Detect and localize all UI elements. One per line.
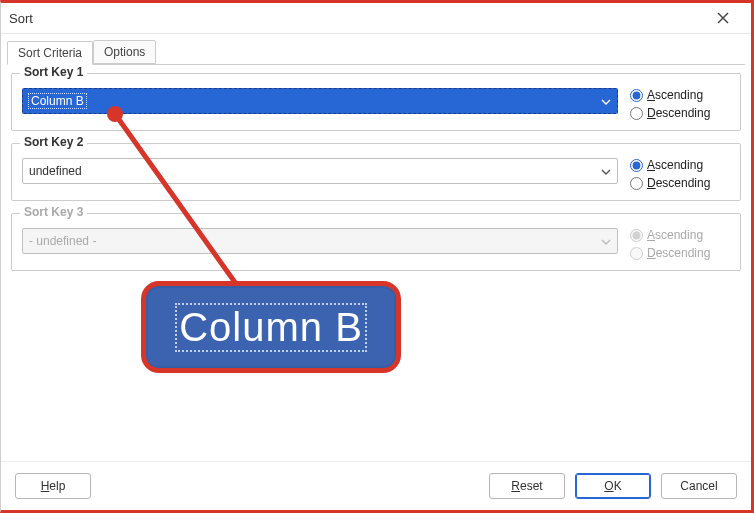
annotation-callout-text: Column B [177, 305, 365, 350]
sort-key-1-descending-radio[interactable]: Descending [630, 106, 730, 120]
chevron-down-icon [601, 94, 611, 108]
annotation-callout: Column B [141, 281, 401, 373]
ok-button-label: K [614, 479, 622, 493]
group-sort-key-1: Sort Key 1 Column B Ascending Descendi [11, 73, 741, 131]
sort-key-1-ascending-radio[interactable]: Ascending [630, 88, 730, 102]
close-button[interactable] [705, 6, 741, 30]
window-title: Sort [9, 11, 33, 26]
sort-key-1-column-value: Column B [31, 94, 84, 108]
sort-key-3-column-value: - undefined - [29, 234, 96, 248]
legend-sort-key-2: Sort Key 2 [20, 135, 87, 149]
sort-key-3-ascending-radio: Ascending [630, 228, 730, 242]
legend-sort-key-3: Sort Key 3 [20, 205, 87, 219]
sort-key-2-column-value: undefined [29, 164, 82, 178]
tab-strip: Sort Criteria Options [1, 34, 751, 64]
sort-key-3-column-dropdown[interactable]: - undefined - [22, 228, 618, 254]
help-button-label: elp [49, 479, 65, 493]
legend-sort-key-1: Sort Key 1 [20, 65, 87, 79]
sort-key-2-column-dropdown[interactable]: undefined [22, 158, 618, 184]
reset-button[interactable]: Reset [489, 473, 565, 499]
sort-key-3-ascending-label: scending [655, 228, 703, 242]
sort-dialog: Sort Sort Criteria Options Sort Key 1 Co… [0, 0, 754, 513]
sort-key-3-descending-radio: Descending [630, 246, 730, 260]
chevron-down-icon [601, 234, 611, 248]
group-sort-key-3: Sort Key 3 - undefined - Ascending Des [11, 213, 741, 271]
sort-key-2-descending-label: escending [656, 176, 711, 190]
tab-sort-criteria[interactable]: Sort Criteria [7, 41, 93, 65]
sort-key-3-descending-label: escending [656, 246, 711, 260]
sort-key-1-column-dropdown[interactable]: Column B [22, 88, 618, 114]
sort-key-2-order-radios: Ascending Descending [630, 158, 730, 190]
sort-key-1-order-radios: Ascending Descending [630, 88, 730, 120]
reset-button-label: eset [520, 479, 543, 493]
dialog-button-bar: Help Reset OK Cancel [1, 461, 751, 510]
tab-panel-sort-criteria: Sort Key 1 Column B Ascending Descendi [7, 64, 745, 287]
close-icon [717, 12, 729, 24]
cancel-button[interactable]: Cancel [661, 473, 737, 499]
sort-key-2-descending-radio[interactable]: Descending [630, 176, 730, 190]
group-sort-key-2: Sort Key 2 undefined Ascending Descend [11, 143, 741, 201]
sort-key-1-descending-label: escending [656, 106, 711, 120]
sort-key-2-ascending-radio[interactable]: Ascending [630, 158, 730, 172]
ok-button[interactable]: OK [575, 473, 651, 499]
tab-options[interactable]: Options [93, 40, 156, 64]
chevron-down-icon [601, 164, 611, 178]
sort-key-3-order-radios: Ascending Descending [630, 228, 730, 260]
help-button[interactable]: Help [15, 473, 91, 499]
title-bar: Sort [1, 3, 751, 34]
sort-key-2-ascending-label: scending [655, 158, 703, 172]
sort-key-1-ascending-label: scending [655, 88, 703, 102]
